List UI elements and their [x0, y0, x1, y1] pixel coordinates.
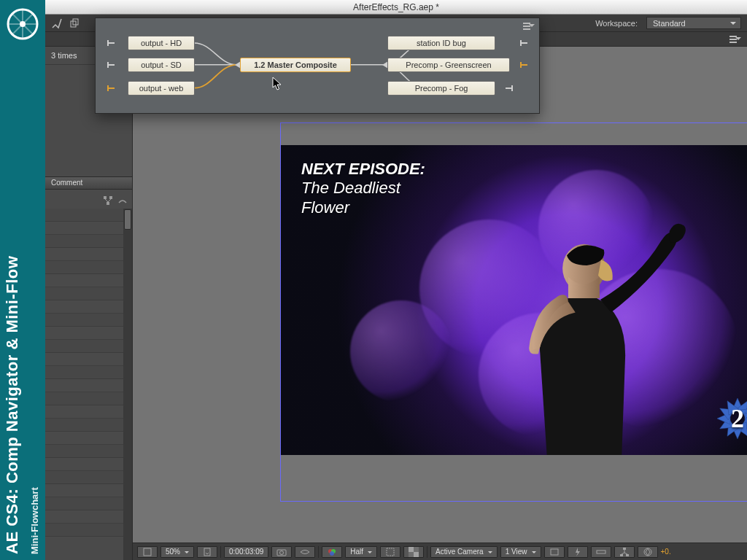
terminal-icon: [107, 61, 116, 69]
window-titlebar[interactable]: AfterEffects_RG.aep *: [45, 0, 747, 15]
svg-rect-8: [144, 548, 151, 556]
terminal-icon: [520, 61, 529, 69]
page-down-button[interactable]: [197, 546, 217, 558]
tutorial-brand-sidebar: 7.2 AE CS4: Comp Navigator & Mini-Flow M…: [0, 0, 45, 560]
terminal-icon: [107, 84, 116, 93]
comp-bounds-guide: NEXT EPISODE: The Deadliest Flower: [280, 122, 747, 502]
rendered-frame: NEXT EPISODE: The Deadliest Flower: [281, 145, 747, 455]
node-master-composite[interactable]: 1.2 Master Composite: [240, 58, 351, 72]
svg-rect-23: [626, 554, 629, 556]
node-output-web[interactable]: output - web: [128, 81, 195, 96]
snapshot-button[interactable]: [271, 546, 292, 558]
rgb-icon: [327, 547, 337, 557]
workspace-dropdown[interactable]: Standard: [646, 17, 741, 29]
composition-viewer[interactable]: NEXT EPISODE: The Deadliest Flower: [133, 47, 747, 542]
aperture-icon: [643, 547, 653, 557]
brand-logo-icon: [6, 7, 39, 41]
channel-number: 2: [714, 395, 747, 442]
fast-previews-button[interactable]: [568, 546, 588, 558]
workspace-label: Workspace:: [595, 19, 638, 28]
reset-exposure-button[interactable]: [638, 546, 658, 558]
viewer-footer: 50% 0:00:03:09 Half Active Camera 1 View…: [133, 542, 747, 560]
promo-text: NEXT EPISODE: The Deadliest Flower: [301, 160, 425, 217]
comp-flowchart-button[interactable]: [614, 546, 635, 558]
flowchart-icon[interactable]: [103, 195, 113, 206]
channel-display-button[interactable]: [322, 546, 342, 558]
roi-button[interactable]: [380, 546, 400, 558]
timecode-display[interactable]: 0:00:03:09: [224, 546, 268, 558]
tutorial-subtitle: Mini-Flowchart: [29, 487, 40, 554]
show-snapshot-button[interactable]: [295, 546, 315, 558]
timeline-button[interactable]: [591, 546, 611, 558]
svg-rect-19: [551, 549, 558, 555]
svg-rect-22: [620, 554, 623, 556]
checker-icon: [409, 547, 419, 557]
zoom-dropdown[interactable]: 50%: [160, 546, 194, 558]
svg-point-1: [20, 21, 26, 27]
svg-rect-6: [107, 202, 109, 205]
mini-flowchart-panel[interactable]: output - HD output - SD output - web 1.2…: [95, 18, 540, 114]
mouse-cursor-icon: [272, 77, 282, 91]
terminal-icon: [107, 39, 116, 47]
exposure-value[interactable]: +0.: [661, 548, 671, 556]
node-precomp-greenscreen[interactable]: Precomp - Greenscreen: [387, 58, 510, 72]
layer-rows[interactable]: [45, 209, 132, 560]
left-panel: 3 times Comment: [45, 47, 133, 560]
clone-tool-icon[interactable]: [69, 18, 80, 29]
tutorial-title: AE CS4: Comp Navigator & Mini-Flow: [3, 256, 22, 554]
node-output-hd[interactable]: output - HD: [128, 36, 195, 50]
terminal-icon: [504, 84, 513, 93]
node-precomp-fog[interactable]: Precomp - Fog: [387, 81, 495, 96]
promo-line3: Flower: [301, 198, 425, 217]
pixel-aspect-button[interactable]: [544, 546, 565, 558]
svg-rect-20: [597, 551, 605, 553]
svg-rect-17: [409, 547, 414, 552]
promo-line2: The Deadliest: [301, 179, 425, 198]
svg-rect-18: [414, 552, 419, 557]
station-id-bug: 2: [714, 395, 747, 442]
svg-point-14: [330, 551, 334, 556]
node-output-sd[interactable]: output - SD: [128, 58, 195, 72]
svg-point-11: [280, 551, 284, 554]
shy-icon[interactable]: [117, 195, 128, 206]
svg-rect-4: [104, 196, 107, 199]
actor-silhouette: [459, 170, 706, 455]
node-station-id-bug[interactable]: station ID bug: [387, 36, 495, 50]
promo-line1: NEXT EPISODE:: [301, 160, 425, 179]
panel-menu-icon[interactable]: [729, 34, 741, 44]
svg-rect-21: [623, 548, 626, 550]
views-dropdown[interactable]: 1 View: [500, 546, 541, 558]
svg-rect-15: [387, 548, 394, 556]
scrollbar[interactable]: [123, 209, 132, 560]
comment-column-header[interactable]: Comment: [45, 176, 132, 190]
eye-icon: [300, 547, 310, 557]
flow-panel-menu-icon[interactable]: [523, 21, 535, 31]
resolution-dropdown[interactable]: Half: [345, 546, 377, 558]
brush-tool-icon[interactable]: [51, 18, 63, 29]
terminal-icon: [520, 39, 529, 47]
transparency-grid-button[interactable]: [403, 546, 424, 558]
window-title: AfterEffects_RG.aep *: [353, 2, 439, 12]
svg-rect-5: [109, 196, 112, 199]
always-preview-toggle[interactable]: [137, 546, 158, 558]
camera-icon: [276, 547, 287, 557]
lightning-icon: [573, 547, 583, 557]
camera-dropdown[interactable]: Active Camera: [430, 546, 498, 558]
